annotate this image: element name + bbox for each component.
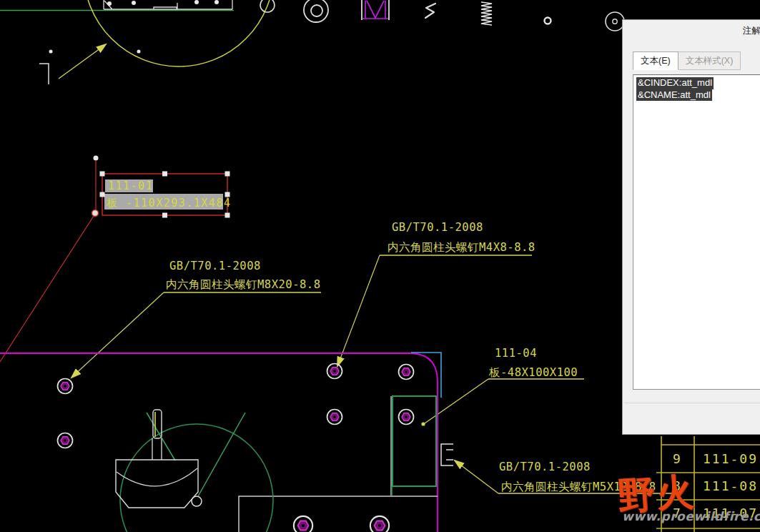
green-block [393,396,436,486]
annotation-text-line: &CNAME:att_mdl [636,89,712,102]
large-circle-view[interactable] [39,0,274,84]
leader-anchor [92,210,99,217]
washer-symbol [304,0,328,22]
cad-application-window: 111-01 板 -110X293.1X484 GB/T70.1-2008 内六… [0,0,760,532]
svg-text:内六角圆柱头螺钉M4X8-8.8: 内六角圆柱头螺钉M4X8-8.8 [388,241,536,254]
top-symbol-row[interactable] [260,0,624,31]
selected-note-line1: 111-01 [108,179,153,192]
selected-annotation[interactable]: 111-01 板 -110X293.1X484 [0,156,231,363]
spring-symbol [481,2,492,25]
dialog-separator [624,403,760,403]
watermark-url: www.proewildfire.cn [622,509,760,523]
bracket-mark [39,64,49,84]
pulley-symbol [362,0,389,20]
tab-text-style[interactable]: 文本样式(X) [678,51,741,70]
svg-text:板-48X100X100: 板-48X100X100 [488,366,578,379]
squiggle-symbol [425,4,435,18]
bom-row-part: 111-08 [703,478,758,493]
hole-symbol [545,18,551,24]
clip-bracket [441,444,453,466]
annotation-m8[interactable]: GB/T70.1-2008 内六角圆柱头螺钉M8X20-8.8 [71,260,321,378]
socket-bolts[interactable] [58,364,414,532]
bom-row-part: 111-09 [703,451,758,466]
selected-note-line2: 板 -110X293.1X484 [106,197,231,210]
svg-text:GB/T70.1-2008: GB/T70.1-2008 [499,460,591,473]
annotation-text-area[interactable]: &CINDEX:att_mdl &CNAME:att_mdl [633,74,760,390]
dialog-tab-bar: 文本(E) 文本样式(X) [633,51,741,70]
annotation-text-line: &CINDEX:att_mdl [636,77,714,89]
annotation-properties-dialog: 注解 文本(E) 文本样式(X) &CINDEX:att_mdl &CNAME:… [622,19,760,435]
top-part-strip[interactable] [0,0,234,54]
svg-text:GB/T70.1-2008: GB/T70.1-2008 [169,260,261,272]
bom-row-num: 9 [673,451,682,466]
tab-text[interactable]: 文本(E) [633,51,678,70]
dialog-title: 注解 [743,25,760,37]
svg-text:111-04: 111-04 [495,347,537,360]
svg-text:GB/T70.1-2008: GB/T70.1-2008 [392,221,483,234]
red-leader-line [0,216,94,362]
annotation-m4[interactable]: GB/T70.1-2008 内六角圆柱头螺钉M4X8-8.8 [337,221,536,366]
svg-text:内六角圆柱头螺钉M8X20-8.8: 内六角圆柱头螺钉M8X20-8.8 [166,278,321,291]
green-circle [120,424,273,532]
annotation-plate[interactable]: 111-04 板-48X100X100 [421,347,584,426]
